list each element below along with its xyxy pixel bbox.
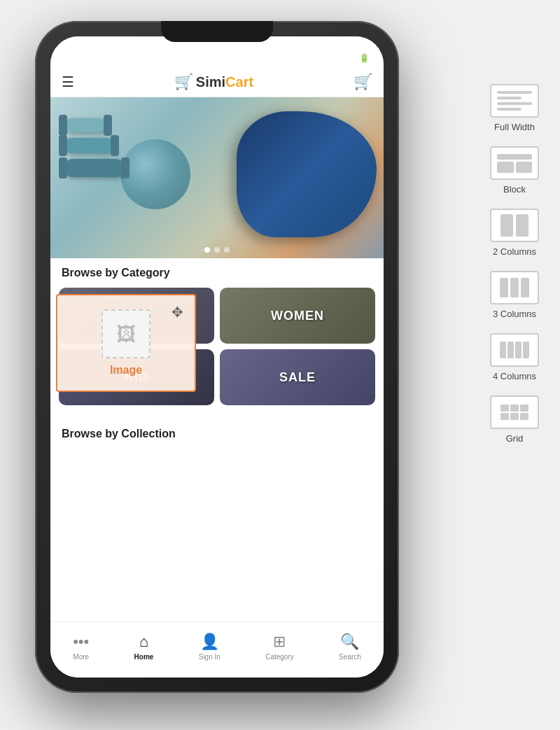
- dumbbell-large: [64, 159, 124, 177]
- four-columns-label: 4 Columns: [493, 371, 536, 381]
- grid-c2: [510, 405, 519, 412]
- two-columns-icon: [490, 209, 539, 242]
- tab-category-label: Category: [265, 653, 294, 661]
- tab-signin-label: Sign In: [199, 653, 220, 661]
- phone-mockup: 🔋 ☰ 🛒 SimiCart 🛒: [35, 21, 427, 707]
- line-1: [497, 91, 532, 94]
- banner-dots: [204, 247, 230, 253]
- shoe-decoration: [237, 111, 377, 237]
- line-3: [497, 102, 532, 105]
- grid-icon: [490, 395, 539, 429]
- battery-icon: 🔋: [359, 53, 370, 63]
- block-col-2: [516, 162, 533, 173]
- app-logo: 🛒 SimiCart: [174, 73, 253, 91]
- dumbbell-group: [64, 118, 124, 183]
- layout-3-columns[interactable]: 3 Columns: [476, 271, 553, 319]
- col-1: [500, 214, 513, 237]
- home-icon: ⌂: [139, 633, 148, 651]
- hero-banner[interactable]: [50, 97, 384, 258]
- category-sale-label: SALE: [279, 370, 316, 385]
- banner-dot-2: [214, 247, 220, 253]
- col-2: [516, 214, 528, 237]
- search-icon: 🔍: [340, 633, 359, 651]
- more-icon: •••: [73, 633, 89, 651]
- col-sm-3: [521, 278, 529, 297]
- grid-visual: [500, 405, 528, 420]
- move-cursor-icon: ✥: [172, 304, 183, 321]
- col-xs-2: [507, 342, 514, 358]
- tab-category[interactable]: ⊞ Category: [257, 629, 302, 665]
- tab-bar: ••• More ⌂ Home 👤 Sign In ⊞ Category 🔍: [50, 622, 384, 678]
- line-2: [497, 97, 522, 99]
- four-columns-icon: [490, 333, 539, 367]
- signin-icon: 👤: [200, 633, 219, 651]
- hamburger-icon[interactable]: ☰: [62, 73, 74, 90]
- image-component-label: Image: [110, 364, 142, 377]
- logo-text: SimiCart: [196, 74, 253, 90]
- block-bottom: [497, 162, 532, 173]
- layout-2-columns[interactable]: 2 Columns: [476, 209, 553, 257]
- grid-c5: [510, 413, 519, 420]
- image-placeholder-icon: 🖼: [116, 323, 136, 346]
- layout-4-columns[interactable]: 4 Columns: [476, 333, 553, 381]
- category-women[interactable]: WOMEN: [220, 288, 375, 344]
- ball-decoration: [120, 139, 190, 209]
- three-columns-icon: [490, 271, 539, 304]
- full-width-icon: [490, 84, 539, 118]
- three-columns-label: 3 Columns: [493, 309, 536, 319]
- category-sale[interactable]: SALE: [220, 349, 375, 405]
- logo-cart-icon: 🛒: [174, 73, 193, 91]
- grid-c4: [500, 413, 509, 420]
- layout-block[interactable]: Block: [476, 146, 553, 195]
- tab-more[interactable]: ••• More: [64, 629, 97, 665]
- three-col-visual: [500, 278, 529, 297]
- grid-c1: [500, 405, 509, 412]
- line-4: [497, 108, 522, 111]
- col-sm-2: [510, 278, 519, 297]
- image-component-popup[interactable]: ✥ 🖼 Image: [56, 294, 196, 392]
- dumbbell-small: [64, 118, 106, 132]
- tab-more-label: More: [73, 653, 89, 661]
- banner-dot-1: [204, 247, 210, 253]
- two-columns-label: 2 Columns: [493, 246, 536, 257]
- image-thumbnail: 🖼: [102, 309, 150, 358]
- banner-dot-3: [224, 247, 230, 253]
- layout-full-width[interactable]: Full Width: [476, 84, 553, 132]
- browse-collection-title: Browse by Collection: [50, 419, 384, 446]
- tab-search[interactable]: 🔍 Search: [330, 629, 370, 665]
- tab-home-label: Home: [134, 653, 154, 661]
- dumbbell-medium: [64, 138, 113, 153]
- block-visual: [497, 154, 532, 173]
- grid-c3: [520, 405, 528, 412]
- browse-category-title: Browse by Category: [50, 258, 384, 285]
- layout-grid[interactable]: Grid: [476, 395, 553, 444]
- app-header: ☰ 🛒 SimiCart 🛒: [50, 67, 384, 97]
- tab-home[interactable]: ⌂ Home: [126, 629, 162, 665]
- block-icon: [490, 146, 539, 180]
- block-label: Block: [503, 184, 526, 195]
- tab-search-label: Search: [339, 653, 361, 661]
- col-xs-4: [523, 342, 529, 358]
- grid-c6: [520, 413, 528, 420]
- category-icon: ⊞: [273, 633, 286, 651]
- col-xs-3: [515, 342, 522, 358]
- banner-visual: [50, 97, 384, 258]
- phone-notch: [161, 21, 273, 42]
- two-col-visual: [500, 214, 528, 237]
- col-sm-1: [500, 278, 508, 297]
- block-top: [497, 154, 532, 160]
- layout-panel: Full Width Block 2 Columns: [476, 84, 553, 444]
- four-col-visual: [500, 342, 529, 358]
- grid-label: Grid: [506, 433, 524, 444]
- full-width-visual: [497, 91, 532, 111]
- col-xs-1: [500, 342, 506, 358]
- tab-signin[interactable]: 👤 Sign In: [190, 629, 229, 665]
- cart-icon[interactable]: 🛒: [354, 73, 372, 91]
- block-col-1: [497, 162, 514, 173]
- full-width-label: Full Width: [494, 122, 535, 132]
- category-women-label: WOMEN: [271, 309, 324, 323]
